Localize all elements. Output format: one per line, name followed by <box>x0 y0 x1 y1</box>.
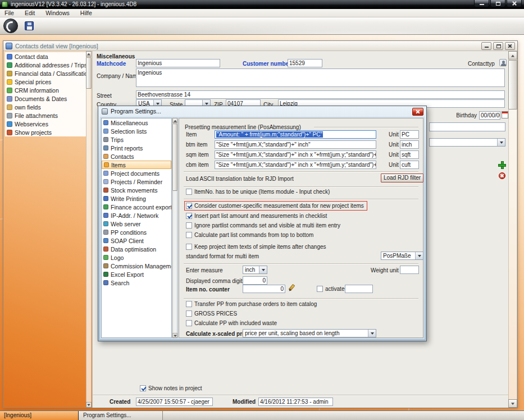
scroll-down-icon[interactable] <box>508 399 517 408</box>
add-icon[interactable] <box>498 161 505 168</box>
nav-item-finance-account-export[interactable]: Finance account export <box>102 203 171 211</box>
enter-measure-select[interactable]: inch <box>243 266 267 274</box>
sidebar-item-documents-dates[interactable]: Documents & Dates <box>5 94 86 103</box>
settings-nav-scrollbar[interactable] <box>172 118 177 338</box>
sidebar-item-file-attachments[interactable]: File attachments <box>5 111 86 120</box>
menu-hilfe[interactable]: Hilfe <box>76 9 97 17</box>
cbm-unit-input[interactable]: cuft <box>400 161 419 169</box>
xscaled-price-select[interactable]: price per unit, scaling based on length <box>243 329 376 337</box>
contacttyp-person-icon[interactable] <box>499 59 507 66</box>
scrollbar-thumb[interactable] <box>86 57 92 89</box>
weight-unit-input[interactable] <box>400 266 419 274</box>
nav-item-projects-reminder[interactable]: Projects / Reminder <box>102 177 171 186</box>
app-close-button[interactable] <box>507 0 522 7</box>
consider-measurement-checkbox[interactable] <box>186 203 192 209</box>
sidebar-item-crm-information[interactable]: CRM information <box>5 86 86 94</box>
item-counter-extra-input[interactable] <box>345 285 373 293</box>
nav-item-logo[interactable]: Logo <box>102 253 171 262</box>
activate-checkbox[interactable] <box>317 286 323 292</box>
sqm-unit-input[interactable]: sqft <box>400 150 419 159</box>
sidebar-item-financial-data[interactable]: Financial data / Classification <box>5 69 86 77</box>
sidebar-scrollbar[interactable] <box>86 51 92 408</box>
nav-item-contacts[interactable]: Contacts <box>102 152 171 161</box>
birthday-input[interactable]: 00/00/00 <box>479 111 500 120</box>
window-minimize-button[interactable] <box>481 42 491 50</box>
comma-digits-input[interactable]: 0 <box>243 276 267 285</box>
itemno-unique-checkbox-row[interactable]: ItemNo. has to be unique (Items module -… <box>186 189 330 195</box>
nav-item-soap-client[interactable]: SOAP Client <box>102 236 171 245</box>
ignore-partlist-checkbox-row[interactable]: Ignore partlist commands set and visible… <box>186 222 340 229</box>
scroll-up-icon[interactable] <box>172 118 177 123</box>
insert-partlist-checkbox-row[interactable]: Insert part list amount and measurements… <box>186 213 327 219</box>
ignore-partlist-checkbox[interactable] <box>186 222 192 229</box>
activate-checkbox-row[interactable]: activate <box>317 286 344 292</box>
nav-item-web-server[interactable]: Web server <box>102 220 171 228</box>
calendar-icon[interactable] <box>502 111 508 118</box>
app-minimize-button[interactable] <box>474 0 489 7</box>
sidebar-item-special-prices[interactable]: Special prices <box>5 77 86 86</box>
nav-item-project-documents[interactable]: Project documents <box>102 169 171 177</box>
scroll-up-icon[interactable] <box>508 51 517 60</box>
customer-number-input[interactable]: 15529 <box>288 59 322 67</box>
nav-item-data-optimisation[interactable]: Data optimisation <box>102 245 171 253</box>
menu-windows[interactable]: Windows <box>41 9 74 17</box>
btm-unit-input[interactable]: inch <box>400 140 419 149</box>
keep-texts-checkbox[interactable] <box>186 244 192 250</box>
nav-item-items[interactable]: Items <box>102 161 171 169</box>
menu-edit[interactable]: Edit <box>20 9 39 17</box>
taskbar-tab-ingenious[interactable]: [Ingenious] <box>0 411 79 420</box>
nav-item-commission-management[interactable]: Commission Management <box>102 262 171 270</box>
nav-item-stock-movements[interactable]: Stock movements <box>102 186 171 194</box>
sqm-formula-input[interactable]: "Size "+frmt(jum.X;"standard")+" inch x … <box>215 150 376 159</box>
menu-file[interactable]: File <box>0 9 19 17</box>
nav-item-trips[interactable]: Trips <box>102 135 171 144</box>
item-formula-input[interactable]: "Amount: " + frmt(jum.m;"standard")+" PC… <box>215 130 376 139</box>
nav-item-miscellaneous[interactable]: Miscellaneous <box>102 118 171 127</box>
gross-prices-checkbox[interactable] <box>186 311 192 317</box>
taskbar-tab-program-settings[interactable]: Program Settings... <box>79 411 163 420</box>
nav-item-write-printing[interactable]: Write Printing <box>102 194 171 203</box>
matchcode-input[interactable]: Ingenious <box>136 59 220 67</box>
item-counter-input[interactable]: 0 <box>243 285 285 293</box>
scroll-down-icon[interactable] <box>86 402 92 408</box>
transfer-pp-checkbox[interactable] <box>186 301 192 307</box>
nav-item-selection-lists[interactable]: Selection lists <box>102 127 171 135</box>
contacts-window-titlebar[interactable]: Contacts detail view [Ingenious] <box>3 41 517 51</box>
transfer-pp-checkbox-row[interactable]: Transfer PP from purchase orders to item… <box>186 301 317 307</box>
itemno-unique-checkbox[interactable] <box>186 189 192 195</box>
window-maximize-button[interactable] <box>493 42 503 50</box>
scroll-down-icon[interactable] <box>172 333 177 338</box>
save-icon[interactable] <box>25 21 34 30</box>
calc-pp-waste-checkbox[interactable] <box>186 320 192 326</box>
nav-item-excel-export[interactable]: Excel Export <box>102 270 171 279</box>
edit-pencil-icon[interactable] <box>289 284 295 291</box>
scroll-up-icon[interactable] <box>86 51 92 57</box>
nav-item-pp-conditions[interactable]: PP conditions <box>102 228 171 236</box>
gross-prices-checkbox-row[interactable]: GROSS PRICES <box>186 311 237 317</box>
contact-extra-select[interactable] <box>429 138 505 147</box>
insert-partlist-checkbox[interactable] <box>186 213 192 219</box>
contact-extra-input[interactable] <box>429 122 505 131</box>
nav-item-ip-addr-network[interactable]: IP-Addr. / Network <box>102 211 171 220</box>
app-maximize-button[interactable] <box>490 0 505 7</box>
street-input[interactable]: Beethovenstrasse 14 <box>136 90 505 99</box>
nav-item-print-reports[interactable]: Print reports <box>102 144 171 152</box>
scrollbar-track[interactable] <box>86 51 92 408</box>
show-notes-checkbox[interactable] <box>140 385 146 391</box>
calc-partlist-checkbox[interactable] <box>186 232 192 238</box>
delete-icon[interactable] <box>499 172 505 179</box>
company-input[interactable]: Ingenious <box>136 69 505 87</box>
cbm-formula-input[interactable]: "Size "+frmt(jum.X;"standard")+" inch x … <box>215 161 376 169</box>
scrollbar-thumb[interactable] <box>172 124 177 191</box>
load-rjd-filter-button[interactable]: Load RJD filter <box>381 174 423 182</box>
sidebar-item-additional-addresses[interactable]: Additional addresses / Trips <box>5 61 86 69</box>
dialog-titlebar[interactable]: Program Settings... <box>98 106 426 117</box>
nav-item-search[interactable]: Search <box>102 279 171 287</box>
btm-formula-input[interactable]: "Size "+frmt(jum.X;"standard")+" inch" <box>215 140 376 149</box>
consider-measurement-checkbox-row[interactable]: Consider customer-specific measurement d… <box>184 201 367 211</box>
dialog-close-button[interactable] <box>412 108 423 116</box>
window-close-button[interactable] <box>505 42 515 50</box>
scrollbar-thumb[interactable] <box>508 60 517 109</box>
calc-pp-waste-checkbox-row[interactable]: Calculate PP with included waste <box>186 320 277 326</box>
standard-format-select[interactable]: PosPMaße <box>381 252 423 260</box>
